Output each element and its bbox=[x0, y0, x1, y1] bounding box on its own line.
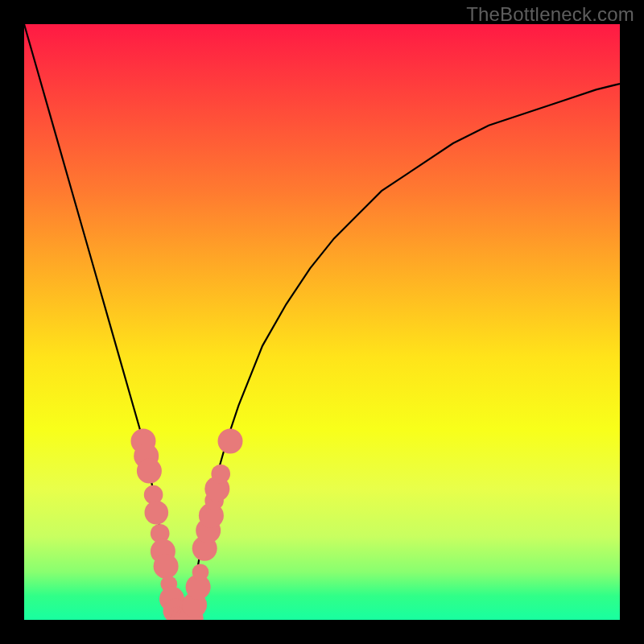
left-cluster-point bbox=[137, 459, 162, 484]
data-markers bbox=[131, 429, 243, 621]
right-cluster-point bbox=[211, 464, 230, 484]
plot-area bbox=[24, 24, 620, 620]
right-cluster-point bbox=[192, 564, 209, 580]
curve-layer bbox=[24, 24, 620, 620]
left-cluster-point bbox=[154, 554, 179, 579]
chart-frame: TheBottleneck.com bbox=[0, 0, 644, 644]
right-cluster-point bbox=[218, 429, 243, 454]
bottleneck-curve bbox=[24, 24, 620, 620]
left-cluster-point bbox=[145, 501, 169, 525]
watermark-label: TheBottleneck.com bbox=[466, 3, 634, 26]
